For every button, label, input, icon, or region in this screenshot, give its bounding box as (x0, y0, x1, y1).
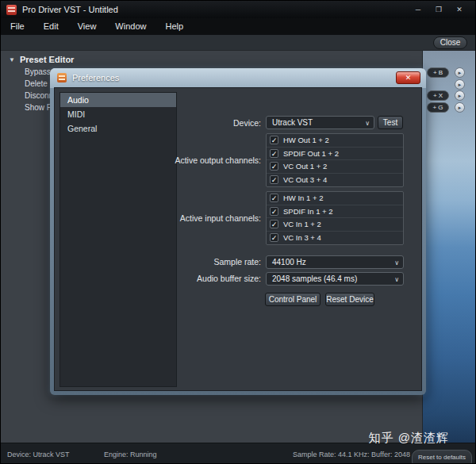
list-item[interactable]: ✓ SPDIF Out 1 + 2 (267, 148, 403, 161)
preset-action-icon[interactable]: ► (455, 79, 465, 90)
buffer-size-dropdown[interactable]: 2048 samples (46.4 ms) ∨ (266, 272, 404, 286)
status-sample-rate: Sample Rate: 44.1 KHz: Buffer: 2048 (293, 451, 410, 458)
input-channels-label: Active input channels: (55, 213, 261, 223)
preferences-body: Audio MIDI General Device: Utrack VST ∨ … (54, 87, 422, 391)
app-icon (6, 5, 17, 15)
menu-help[interactable]: Help (155, 18, 193, 35)
window-title: Pro Driver VST - Untitled (22, 5, 118, 14)
menu-bar: File Edit View Window Help (1, 18, 475, 35)
device-dropdown[interactable]: Utrack VST ∨ (266, 116, 374, 129)
maximize-icon[interactable]: ❐ (433, 6, 444, 13)
menu-window[interactable]: Window (106, 18, 155, 35)
device-label: Device: (55, 118, 261, 128)
dialog-close-button[interactable]: ✕ (396, 71, 420, 84)
preferences-title: Preferences (72, 73, 119, 82)
checkbox-checked[interactable]: ✓ (270, 149, 278, 158)
chevron-down-icon: ∨ (394, 257, 399, 269)
checkbox-checked[interactable]: ✓ (270, 207, 278, 216)
preset-editor-header[interactable]: ▼ Preset Editor (9, 55, 74, 64)
shortcut-badge-b: + B (427, 67, 449, 78)
checkbox-checked[interactable]: ✓ (270, 220, 278, 228)
reset-to-defaults-button[interactable]: Reset to defaults (412, 450, 472, 464)
list-item[interactable]: ✓ HW Out 1 + 2 (267, 134, 403, 148)
output-channels-list: ✓ HW Out 1 + 2 ✓ SPDIF Out 1 + 2 ✓ VC Ou… (266, 133, 404, 187)
chevron-down-icon: ∨ (394, 274, 399, 286)
list-item[interactable]: ✓ VC Out 3 + 4 (267, 174, 403, 187)
toolbar: Close (1, 35, 475, 51)
list-item[interactable]: ✓ VC In 3 + 4 (267, 232, 403, 245)
menu-file[interactable]: File (1, 18, 34, 35)
preset-item-disconnect[interactable]: Disconn (25, 91, 53, 100)
list-item[interactable]: ✓ HW In 1 + 2 (267, 192, 403, 205)
preset-action-icon[interactable]: ► (455, 90, 465, 101)
menu-view[interactable]: View (68, 18, 106, 35)
device-value: Utrack VST (272, 118, 313, 127)
list-item[interactable]: ✓ VC In 1 + 2 (267, 218, 403, 232)
shortcut-badge-g: + G (427, 102, 449, 113)
minimize-icon[interactable]: ─ (413, 6, 424, 13)
preset-action-icon[interactable]: ► (455, 67, 465, 78)
sample-rate-dropdown[interactable]: 44100 Hz ∨ (266, 255, 404, 269)
sample-rate-label: Sample rate: (55, 257, 261, 267)
preferences-dialog: Preferences ✕ Audio MIDI General Device:… (50, 68, 426, 395)
checkbox-checked[interactable]: ✓ (270, 162, 278, 171)
preferences-app-icon (57, 73, 67, 82)
preset-action-icon[interactable]: ► (455, 102, 465, 113)
shortcut-badge-x: + X (427, 90, 449, 101)
preferences-title-bar[interactable]: Preferences (50, 68, 426, 87)
close-icon[interactable]: ✕ (454, 6, 465, 13)
buffer-size-label: Audio buffer size: (55, 274, 261, 283)
status-engine: Engine: Running (104, 451, 157, 458)
test-button[interactable]: Test (378, 116, 403, 129)
output-channels-label: Active output channels: (55, 155, 261, 165)
triangle-down-icon: ▼ (9, 56, 15, 63)
menu-edit[interactable]: Edit (34, 18, 68, 35)
buffer-size-value: 2048 samples (46.4 ms) (272, 274, 357, 283)
checkbox-checked[interactable]: ✓ (270, 136, 278, 144)
status-device: Device: Utrack VST (7, 451, 70, 458)
app-window: Pro Driver VST - Untitled ─ ❐ ✕ File Edi… (0, 0, 476, 464)
chevron-down-icon: ∨ (365, 117, 370, 129)
preset-editor-title: Preset Editor (20, 55, 74, 64)
close-button[interactable]: Close (433, 36, 467, 49)
checkbox-checked[interactable]: ✓ (270, 194, 278, 202)
preferences-tab-list: Audio MIDI General (60, 92, 177, 387)
input-channels-list: ✓ HW In 1 + 2 ✓ SPDIF In 1 + 2 ✓ VC In 1… (266, 191, 404, 245)
checkbox-checked[interactable]: ✓ (270, 175, 278, 184)
watermark: 知乎 @渣渣辉 (369, 431, 449, 446)
list-item[interactable]: ✓ SPDIF In 1 + 2 (267, 205, 403, 219)
list-item[interactable]: ✓ VC Out 1 + 2 (267, 160, 403, 174)
checkbox-checked[interactable]: ✓ (270, 233, 278, 242)
sample-rate-value: 44100 Hz (272, 258, 306, 267)
title-bar: Pro Driver VST - Untitled ─ ❐ ✕ (1, 1, 475, 18)
control-panel-button[interactable]: Control Panel (265, 293, 321, 306)
tab-audio[interactable]: Audio (60, 93, 176, 107)
reset-device-button[interactable]: Reset Device (325, 293, 374, 306)
